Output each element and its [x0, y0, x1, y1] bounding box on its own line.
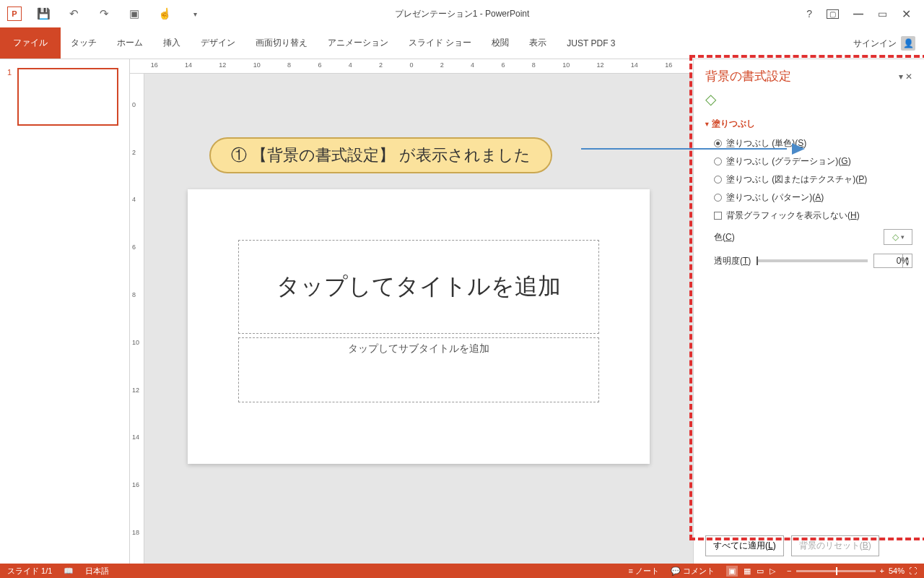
spinner[interactable]: ▲▼ [902, 254, 912, 268]
touch-mode-icon[interactable]: ☝ [156, 5, 173, 22]
close-icon[interactable]: ✕ [902, 7, 911, 21]
ribbon-display-icon[interactable]: ▢ [827, 9, 839, 19]
color-label: 色(C) [714, 231, 735, 243]
main-area: 1 1614121086420246810121416 024681012141… [0, 59, 924, 564]
transparency-slider[interactable] [757, 259, 868, 262]
checkbox-icon [714, 212, 722, 220]
maximize-icon[interactable]: ▭ [878, 8, 887, 20]
tab-justpdf[interactable]: JUST PDF 3 [557, 27, 625, 59]
zoom-out-icon[interactable]: − [787, 566, 791, 575]
thumbnail-number: 1 [7, 68, 17, 126]
zoom-thumb[interactable] [836, 567, 837, 575]
reset-background-button: 背景のリセット(B) [791, 535, 879, 556]
slideshow-view-icon[interactable]: ▷ [770, 566, 775, 576]
radio-icon [714, 158, 722, 165]
section-fill[interactable]: 塗りつぶし [694, 113, 924, 134]
comments-button[interactable]: 💬 コメント [671, 566, 715, 577]
tab-animation[interactable]: アニメーション [318, 27, 398, 59]
sorter-view-icon[interactable]: ▦ [744, 566, 751, 576]
help-icon[interactable]: ? [806, 8, 812, 20]
pane-buttons: すべてに適用(L) 背景のリセット(B) [694, 528, 924, 564]
radio-gradient-fill[interactable]: 塗りつぶし (グラデーション)(G) [714, 155, 912, 168]
slide: タップしてタイトルを追加 タップしてサブタイトルを追加 [188, 189, 650, 464]
tab-home[interactable]: ホーム [107, 27, 153, 59]
editor-area: 1614121086420246810121416 02468101214161… [130, 59, 693, 564]
transparency-label: 透明度(T) [714, 255, 751, 267]
color-row: 色(C) ◇▾ [694, 225, 924, 249]
radio-icon [714, 194, 722, 202]
status-language[interactable]: 日本語 [85, 566, 109, 577]
tab-view[interactable]: 表示 [519, 27, 557, 59]
avatar-icon: 👤 [901, 36, 915, 51]
spin-down-icon[interactable]: ▼ [903, 261, 912, 267]
normal-view-icon[interactable]: ▣ [726, 566, 738, 577]
status-bar: スライド 1/1 📖 日本語 ≡ ノート 💬 コメント ▣ ▦ ▭ ▷ − + … [0, 564, 924, 578]
status-slide[interactable]: スライド 1/1 [7, 566, 52, 577]
ribbon-tabs: ファイル タッチ ホーム 挿入 デザイン 画面切り替え アニメーション スライド… [0, 27, 924, 59]
annotation-callout: ① 【背景の書式設定】 が表示されました [209, 137, 552, 173]
view-buttons: ▣ ▦ ▭ ▷ [726, 566, 775, 577]
slider-thumb[interactable] [757, 256, 758, 265]
fit-window-icon[interactable]: ⛶ [909, 566, 917, 575]
tab-insert[interactable]: 挿入 [153, 27, 191, 59]
horizontal-ruler: 1614121086420246810121416 [130, 59, 693, 74]
fill-bucket-icon[interactable]: ◇ [694, 90, 924, 113]
minimize-icon[interactable]: — [853, 8, 863, 20]
redo-icon[interactable]: ↷ [95, 5, 113, 22]
transparency-value[interactable]: 0%▲▼ [873, 254, 912, 268]
notes-button[interactable]: ≡ ノート [629, 566, 659, 577]
pane-title: 背景の書式設定 [705, 68, 791, 85]
sign-in[interactable]: サインイン 👤 [853, 27, 915, 59]
zoom-value[interactable]: 54% [889, 566, 905, 575]
tab-design[interactable]: デザイン [191, 27, 245, 59]
vertical-ruler: 024681012141618 [130, 74, 144, 564]
qat-dropdown-icon[interactable]: ▾ [186, 5, 204, 22]
window-controls: ? ▢ — ▭ ✕ [806, 7, 924, 21]
annotation-arrow [581, 146, 805, 152]
tab-transition[interactable]: 画面切り替え [245, 27, 318, 59]
radio-picture-fill[interactable]: 塗りつぶし (図またはテクスチャ)(P) [714, 173, 912, 186]
sign-in-label: サインイン [853, 38, 897, 50]
zoom-controls: − + 54% ⛶ [787, 566, 917, 575]
apply-all-button[interactable]: すべてに適用(L) [705, 535, 784, 556]
chevron-down-icon: ▾ [901, 233, 905, 241]
checkbox-hide-bg-graphics[interactable]: 背景グラフィックを表示しない(H) [714, 210, 912, 222]
thumbnail-preview [17, 68, 118, 126]
title-placeholder[interactable]: タップしてタイトルを追加 [238, 240, 599, 334]
radio-icon [714, 176, 722, 184]
spin-up-icon[interactable]: ▲ [903, 254, 912, 261]
format-background-pane: 背景の書式設定 ▾ ✕ ◇ 塗りつぶし 塗りつぶし (単色)(S) 塗りつぶし … [693, 59, 924, 564]
tab-slideshow[interactable]: スライド ショー [398, 27, 481, 59]
color-picker-button[interactable]: ◇▾ [884, 229, 912, 245]
reading-view-icon[interactable]: ▭ [757, 566, 764, 576]
transparency-row: 透明度(T) 0%▲▼ [694, 249, 924, 272]
save-icon[interactable]: 💾 [35, 5, 52, 22]
pane-title-row: 背景の書式設定 ▾ ✕ [694, 59, 924, 90]
quick-access-toolbar: P 💾 ↶ ↷ ▣ ☝ ▾ [0, 5, 204, 22]
radio-pattern-fill[interactable]: 塗りつぶし (パターン)(A) [714, 191, 912, 204]
thumbnail-panel: 1 [0, 59, 130, 564]
tab-file[interactable]: ファイル [0, 27, 61, 59]
undo-icon[interactable]: ↶ [65, 5, 82, 22]
tab-touch[interactable]: タッチ [61, 27, 107, 59]
title-bar: P 💾 ↶ ↷ ▣ ☝ ▾ プレゼンテーション1 - PowerPoint ? … [0, 0, 924, 27]
subtitle-placeholder[interactable]: タップしてサブタイトルを追加 [238, 337, 599, 402]
app-icon: P [7, 7, 22, 21]
spellcheck-icon[interactable]: 📖 [64, 566, 74, 576]
thumbnail-1[interactable]: 1 [0, 68, 129, 126]
pane-options-icon[interactable]: ▾ ✕ [899, 72, 912, 82]
slideshow-icon[interactable]: ▣ [126, 5, 143, 22]
tab-review[interactable]: 校閲 [481, 27, 519, 59]
zoom-slider[interactable] [796, 570, 876, 572]
zoom-in-icon[interactable]: + [880, 566, 884, 575]
